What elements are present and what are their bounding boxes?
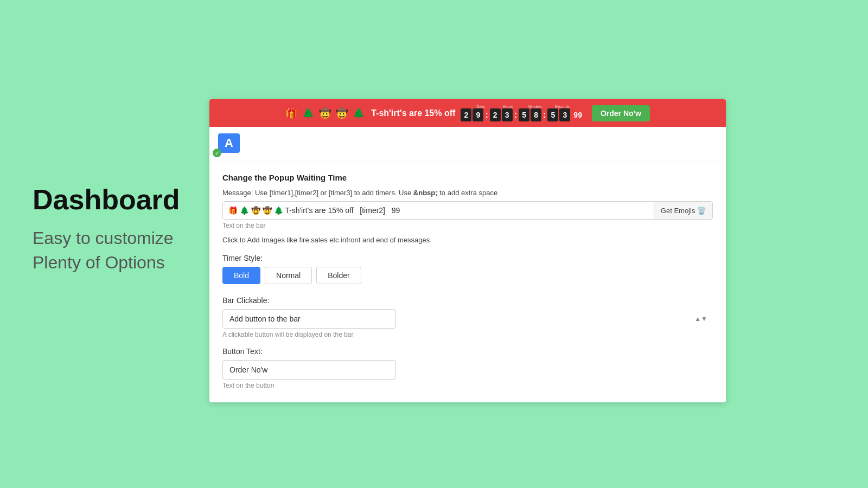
add-images-hint: Click to Add Images like fire,sales etc …: [222, 236, 713, 244]
hours-label: Hours: [496, 105, 519, 108]
timer-bolder-button[interactable]: Bolder: [316, 267, 361, 284]
day-digit-2: 9: [473, 108, 483, 121]
min-digit-2: 8: [531, 108, 541, 121]
days-label: Days: [469, 105, 492, 108]
sec-digit-2: 3: [559, 108, 570, 121]
bar-hint: A clickable button will be displayed on …: [222, 331, 713, 338]
countdown-timer: Days Hours Minutes Seconds 2 9 : 2 3 : 5…: [461, 105, 582, 121]
timer-bold-button[interactable]: Bold: [222, 267, 260, 284]
app-icon: A: [218, 133, 240, 153]
subtitle-easy: Easy to customize: [33, 226, 180, 251]
top-bar-emojis: 🎁 🌲 🤠 🤠 🌲: [285, 107, 366, 119]
get-emojis-label: Get Emojis 🗑️: [661, 207, 706, 215]
content-area: Change the Popup Waiting Time Message: U…: [209, 162, 726, 402]
timer-digits: 2 9 : 2 3 : 5 8 : 5 3 99: [461, 108, 582, 121]
timer-style-buttons: Bold Normal Bolder: [222, 267, 713, 284]
colon-1: :: [485, 110, 488, 120]
message-input[interactable]: [223, 202, 654, 219]
timer-style-label: Timer Style:: [222, 254, 713, 262]
timer-normal-button[interactable]: Normal: [265, 267, 312, 284]
colon-3: :: [543, 110, 546, 120]
message-input-row: Get Emojis 🗑️: [222, 201, 713, 220]
main-panel: 🎁 🌲 🤠 🤠 🌲 T-sh'irt's are 15% off Days Ho…: [209, 99, 726, 402]
bar-clickable-select[interactable]: Add button to the bar No button Whole ba…: [222, 309, 396, 329]
top-bar: 🎁 🌲 🤠 🤠 🌲 T-sh'irt's are 15% off Days Ho…: [209, 99, 726, 127]
order-now-button[interactable]: Order No'w: [592, 105, 650, 121]
day-digit-1: 2: [461, 108, 471, 121]
check-badge: ✓: [213, 149, 221, 157]
button-text-input[interactable]: [222, 360, 396, 380]
subtitle-plenty: Plenty of Options: [33, 251, 180, 275]
section-title: Change the Popup Waiting Time: [222, 173, 713, 182]
text-on-bar-hint: Text on the bar: [222, 222, 713, 229]
get-emojis-button[interactable]: Get Emojis 🗑️: [654, 202, 712, 219]
button-text-hint: Text on the button: [222, 382, 713, 389]
select-arrow-icon: ▲▼: [694, 315, 707, 323]
dashboard-title: Dashboard: [33, 184, 180, 215]
bar-clickable-label: Bar Clickable:: [222, 296, 713, 305]
top-bar-message: T-sh'irt's are 15% off: [371, 108, 455, 118]
hour-digit-1: 2: [490, 108, 501, 121]
icon-area: A ✓: [209, 127, 726, 162]
hour-digit-2: 3: [502, 108, 513, 121]
bar-select-wrapper: Add button to the bar No button Whole ba…: [222, 309, 713, 329]
timer-extra: 99: [573, 111, 582, 119]
seconds-label: Seconds: [551, 105, 573, 108]
minutes-label: Minutes: [524, 105, 546, 108]
colon-2: :: [514, 110, 517, 120]
min-digit-1: 5: [519, 108, 529, 121]
button-text-label: Button Text:: [222, 347, 713, 356]
sec-digit-1: 5: [547, 108, 558, 121]
message-hint: Message: Use [timer1],[timer2] or [timer…: [222, 189, 713, 197]
